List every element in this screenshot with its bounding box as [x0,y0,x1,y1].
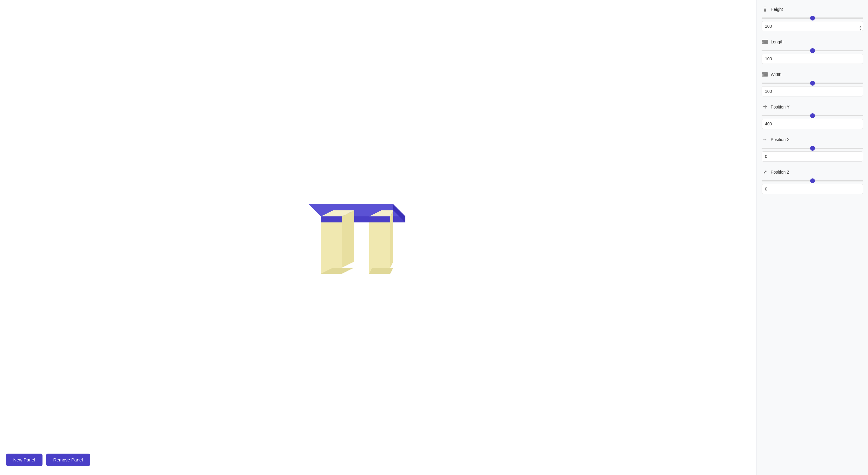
remove-panel-button[interactable]: Remove Panel [46,453,90,466]
position-x-label-row: ↔ Position X [762,136,863,143]
svg-marker-8 [390,210,393,267]
3d-canvas: New Panel Remove Panel [0,0,756,475]
height-icon [762,6,768,13]
position-z-label-row: ⤢ Position Z [762,169,863,176]
move-y-icon: ✛ [763,104,767,109]
width-control-group: Width [762,71,863,100]
height-slider[interactable] [762,18,863,19]
position-y-icon: ✛ [762,104,768,110]
width-slider[interactable] [762,83,863,84]
length-slider[interactable] [762,50,863,51]
position-x-input[interactable] [762,151,863,162]
new-panel-button[interactable]: New Panel [6,453,42,466]
position-y-input[interactable] [762,119,863,129]
height-label-row: Height [762,6,863,13]
position-y-label: Position Y [771,104,789,109]
position-z-input[interactable] [762,184,863,194]
table-svg [276,174,421,289]
table-3d-view [273,171,424,292]
width-icon [762,71,768,78]
width-label-row: Width [762,71,863,78]
height-control-group: Height ▲ ▼ [762,6,863,35]
position-y-control-group: ✛ Position Y [762,104,863,133]
height-input-wrapper: ▲ ▼ [762,21,863,35]
position-x-icon: ↔ [762,136,768,143]
width-input[interactable] [762,86,863,96]
position-z-icon: ⤢ [762,169,768,176]
right-controls-panel: Height ▲ ▼ Length Width [756,0,868,475]
height-input[interactable] [762,21,863,31]
length-label-row: Length [762,39,863,45]
position-y-label-row: ✛ Position Y [762,104,863,110]
height-label: Height [771,7,783,12]
length-icon [762,39,768,45]
position-z-slider[interactable] [762,180,863,182]
length-control-group: Length [762,39,863,67]
main-viewport: New Panel Remove Panel [0,0,756,475]
svg-marker-6 [369,222,390,274]
action-buttons: New Panel Remove Panel [6,453,90,466]
height-spin-buttons: ▲ ▼ [859,25,862,31]
move-x-icon: ↔ [763,137,767,142]
position-y-slider[interactable] [762,115,863,116]
svg-marker-5 [342,210,354,267]
position-z-control-group: ⤢ Position Z [762,169,863,198]
width-label: Width [771,72,781,77]
length-input[interactable] [762,54,863,64]
position-z-label: Position Z [771,170,789,175]
position-x-label: Position X [771,137,789,142]
svg-marker-10 [369,267,393,274]
height-spin-down[interactable]: ▼ [859,28,862,31]
svg-marker-3 [321,222,342,274]
move-z-icon: ⤢ [763,170,767,175]
length-label: Length [771,39,784,44]
position-x-slider[interactable] [762,148,863,149]
position-x-control-group: ↔ Position X [762,136,863,165]
